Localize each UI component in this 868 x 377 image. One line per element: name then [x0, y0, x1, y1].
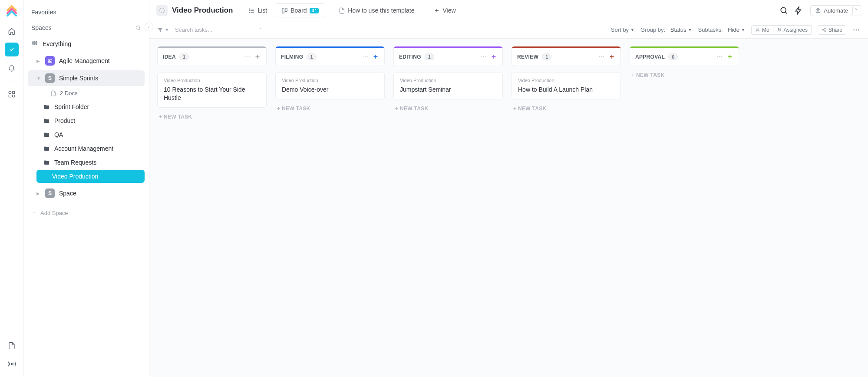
- column-add-button[interactable]: ＋: [372, 52, 379, 61]
- tab-howto[interactable]: How to use this template: [333, 4, 420, 17]
- column-header[interactable]: FILMING1＋: [275, 46, 385, 66]
- group-by-dropdown[interactable]: Group by: Status▼: [640, 26, 692, 33]
- spaces-header[interactable]: Spaces: [28, 22, 145, 34]
- tab-board[interactable]: Board 3˅: [275, 3, 325, 17]
- column-more-button[interactable]: [362, 53, 369, 60]
- svg-point-48: [603, 56, 604, 57]
- column-add-button[interactable]: ＋: [726, 52, 733, 61]
- favorites-header[interactable]: Favorites: [28, 6, 145, 18]
- rail-docs[interactable]: [5, 339, 19, 353]
- svg-point-41: [365, 56, 366, 57]
- column-count: 0: [668, 53, 678, 60]
- sidebar-everything[interactable]: Everything: [28, 37, 145, 50]
- sidebar-folder-product[interactable]: Product: [28, 114, 145, 127]
- svg-point-40: [363, 56, 363, 57]
- svg-point-36: [858, 29, 859, 30]
- list-status-icon[interactable]: [156, 5, 168, 16]
- tab-label: View: [442, 7, 455, 14]
- sidebar-simple-sprints[interactable]: ▼ S Simple Sprints: [28, 70, 145, 86]
- sidebar-folder-video-production[interactable]: Video Production: [36, 170, 145, 183]
- svg-point-28: [757, 28, 759, 30]
- sidebar-item-label: Simple Sprints: [59, 75, 98, 82]
- new-task-button[interactable]: + NEW TASK: [512, 99, 621, 118]
- rail-home[interactable]: [5, 24, 19, 38]
- svg-rect-1: [9, 91, 11, 93]
- column-add-button[interactable]: ＋: [608, 52, 615, 61]
- task-card[interactable]: Video Production10 Reasons to Start Your…: [157, 72, 267, 108]
- column-add-button[interactable]: ＋: [490, 52, 497, 61]
- svg-point-15: [160, 8, 165, 13]
- sidebar-item-label: Sprint Folder: [54, 103, 89, 110]
- sort-by-dropdown[interactable]: Sort by▼: [611, 26, 634, 33]
- automate-dropdown[interactable]: ˅: [852, 5, 861, 16]
- column-more-button[interactable]: [598, 53, 605, 60]
- task-card[interactable]: Video ProductionJumpstart Seminar: [393, 72, 503, 99]
- tab-label: How to use this template: [348, 7, 414, 14]
- assignees-filter-button[interactable]: Assignees: [773, 25, 812, 35]
- new-task-button[interactable]: + NEW TASK: [393, 99, 503, 118]
- filter-button[interactable]: ▼: [157, 27, 169, 33]
- tab-label: Board: [290, 7, 307, 14]
- column-more-button[interactable]: [480, 53, 487, 60]
- sidebar-agile[interactable]: ▶ Agile Management: [28, 53, 145, 69]
- add-view-button[interactable]: ＋ View: [428, 3, 462, 17]
- board-column-filming: FILMING1＋Video ProductionDemo Voice-over…: [275, 46, 385, 118]
- folder-icon: [43, 132, 50, 138]
- svg-point-50: [719, 56, 720, 57]
- column-header[interactable]: APPROVAL0＋: [630, 46, 739, 66]
- new-task-button[interactable]: + NEW TASK: [275, 99, 385, 118]
- new-task-button[interactable]: + NEW TASK: [157, 108, 267, 126]
- svg-rect-23: [285, 8, 287, 11]
- sidebar-docs[interactable]: 2 Docs: [28, 87, 145, 99]
- search-button[interactable]: [777, 4, 790, 17]
- automate-button[interactable]: Automate: [810, 5, 853, 16]
- column-header[interactable]: IDEA1＋: [157, 46, 267, 66]
- rail-tasks[interactable]: [5, 43, 19, 56]
- search-tasks-input[interactable]: [175, 26, 253, 33]
- sidebar-space[interactable]: ▶ S Space: [28, 185, 145, 201]
- svg-rect-3: [9, 95, 11, 97]
- column-add-button[interactable]: ＋: [254, 52, 261, 61]
- sidebar-item-label: Video Production: [52, 173, 98, 180]
- chevron-down-icon: ▼: [36, 76, 41, 81]
- rail-broadcast[interactable]: [5, 357, 19, 371]
- search-spaces-icon[interactable]: [135, 25, 141, 31]
- sidebar-item-label: QA: [54, 131, 63, 138]
- sidebar-folder-qa[interactable]: QA: [28, 128, 145, 141]
- more-options-button[interactable]: [852, 26, 860, 34]
- column-title: EDITING: [399, 54, 421, 60]
- me-filter-button[interactable]: Me: [751, 25, 773, 35]
- app-logo[interactable]: [6, 4, 18, 17]
- svg-rect-2: [12, 91, 14, 93]
- share-button[interactable]: Share: [818, 25, 846, 35]
- svg-point-7: [33, 42, 34, 43]
- sidebar-folder-sprint-folder[interactable]: Sprint Folder: [28, 100, 145, 113]
- card-title: Jumpstart Seminar: [400, 86, 496, 94]
- sidebar-folder-team-requests[interactable]: Team Requests: [28, 156, 145, 169]
- column-header[interactable]: EDITING1＋: [393, 46, 503, 66]
- card-project: Video Production: [518, 78, 614, 83]
- svg-point-44: [483, 56, 484, 57]
- rail-apps[interactable]: [5, 87, 19, 101]
- add-space-button[interactable]: ＋ Add Space: [28, 205, 145, 220]
- svg-point-6: [136, 26, 139, 29]
- board-column-review: REVIEW1＋Video ProductionHow to Build A L…: [512, 46, 621, 118]
- tab-list[interactable]: List: [242, 4, 273, 17]
- column-more-button[interactable]: [244, 53, 251, 60]
- search-expand-button[interactable]: ˅: [259, 27, 261, 32]
- svg-point-11: [34, 43, 36, 45]
- svg-point-9: [36, 42, 37, 43]
- sidebar-folder-account-management[interactable]: Account Management: [28, 142, 145, 155]
- card-title: How to Build A Launch Plan: [518, 86, 614, 94]
- card-title: 10 Reasons to Start Your Side Hustle: [164, 86, 260, 102]
- bolt-button[interactable]: [792, 4, 805, 17]
- new-task-button[interactable]: + NEW TASK: [630, 72, 739, 78]
- task-card[interactable]: Video ProductionHow to Build A Launch Pl…: [512, 72, 621, 99]
- column-more-button[interactable]: [716, 53, 723, 60]
- column-header[interactable]: REVIEW1＋: [512, 46, 621, 66]
- task-card[interactable]: Video ProductionDemo Voice-over: [275, 72, 385, 99]
- share-icon: [822, 27, 826, 32]
- subtasks-dropdown[interactable]: Subtasks: Hide▼: [698, 26, 745, 33]
- rail-notifications[interactable]: [5, 61, 19, 75]
- collapse-sidebar-button[interactable]: ‹: [145, 23, 153, 31]
